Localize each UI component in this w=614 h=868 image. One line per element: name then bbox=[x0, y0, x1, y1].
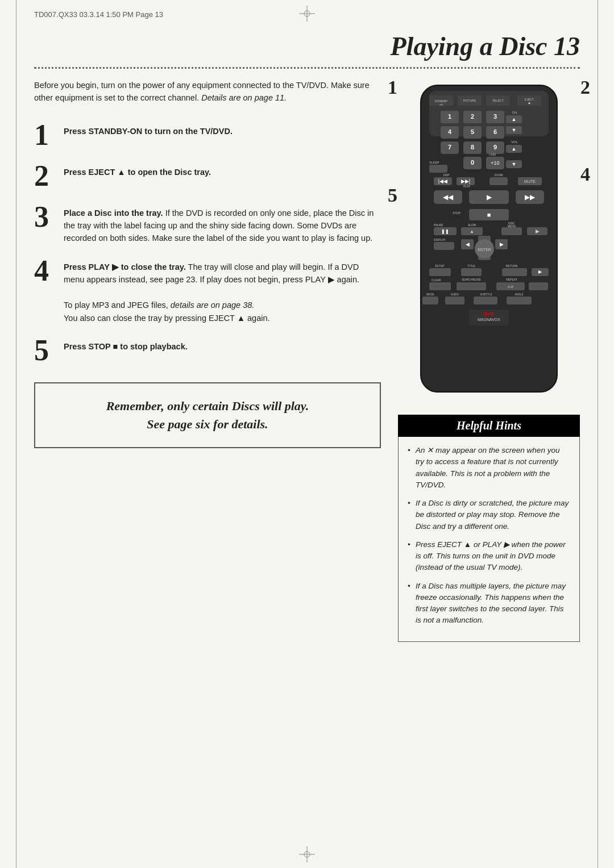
helpful-hints-title: Helpful Hints bbox=[398, 415, 580, 437]
right-margin bbox=[598, 0, 598, 868]
bottom-line1: Remember, only certain Discs will play. bbox=[106, 399, 309, 413]
remote-number-5: 5 bbox=[388, 185, 397, 206]
svg-text:▼: ▼ bbox=[512, 161, 517, 167]
svg-text:9: 9 bbox=[493, 144, 497, 151]
svg-rect-97 bbox=[502, 268, 527, 276]
svg-text:3: 3 bbox=[493, 113, 497, 120]
step-3-bold: Place a Disc into the tray. bbox=[64, 208, 163, 218]
step-1-content: Press STANDBY-ON to turn on the TV/DVD. bbox=[64, 120, 381, 137]
svg-text:SETUP: SETUP bbox=[435, 264, 445, 268]
svg-text:TITLE: TITLE bbox=[467, 264, 475, 268]
step-5: 5 Press STOP ■ to stop playback. bbox=[34, 336, 381, 365]
svg-text:■: ■ bbox=[487, 211, 491, 218]
hint-item-3: Press EJECT ▲ or PLAY ▶ when the power i… bbox=[408, 539, 570, 574]
step-4-number: 4 bbox=[34, 256, 56, 286]
step-1-text: Press STANDBY-ON to turn on the TV/DVD. bbox=[64, 127, 233, 136]
helpful-hints-box: Helpful Hints An ✕ may appear on the scr… bbox=[398, 415, 580, 642]
svg-text:STOP: STOP bbox=[453, 211, 460, 215]
svg-text:REPEAT: REPEAT bbox=[506, 278, 517, 281]
left-margin bbox=[16, 0, 16, 868]
svg-rect-107 bbox=[529, 282, 548, 290]
svg-text:PICTURE: PICTURE bbox=[463, 99, 476, 102]
svg-rect-95 bbox=[461, 268, 482, 276]
step-1: 1 Press STANDBY-ON to turn on the TV/DVD… bbox=[34, 120, 381, 150]
svg-rect-113 bbox=[474, 297, 497, 304]
hint-item-4: If a Disc has multiple layers, the pictu… bbox=[408, 581, 570, 627]
step-4-italic: details are on page 38. bbox=[171, 301, 255, 310]
svg-text:CLEAR: CLEAR bbox=[432, 278, 441, 282]
svg-rect-81 bbox=[434, 242, 454, 250]
hint-item-2: If a Disc is dirty or scratched, the pic… bbox=[408, 498, 570, 532]
svg-text:MUTE: MUTE bbox=[524, 180, 536, 183]
svg-text:MAGNAVOX: MAGNAVOX bbox=[478, 318, 500, 322]
svg-text:SELECT: SELECT bbox=[492, 99, 503, 102]
svg-rect-77 bbox=[501, 227, 522, 235]
svg-text:▶▶|: ▶▶| bbox=[461, 178, 470, 184]
hint-item-1: An ✕ may appear on the screen when you t… bbox=[408, 445, 570, 491]
right-column: 1 2 4 5 STANDBY ON PICTURE bbox=[398, 80, 580, 642]
svg-text:4: 4 bbox=[448, 128, 452, 135]
step-3-number: 3 bbox=[34, 202, 56, 232]
svg-text:SLOW: SLOW bbox=[468, 223, 476, 227]
svg-text:SUBTITLE: SUBTITLE bbox=[480, 293, 492, 296]
svg-text:PAUSE: PAUSE bbox=[434, 223, 443, 227]
svg-text:7: 7 bbox=[448, 144, 451, 151]
svg-text:▶: ▶ bbox=[500, 241, 504, 247]
svg-text:8: 8 bbox=[471, 144, 474, 151]
remote-number-4: 4 bbox=[580, 164, 590, 185]
header-meta: TD007.QX33 03.3.14 1:50 PM Page 13 bbox=[34, 10, 163, 19]
svg-text:▲: ▲ bbox=[512, 116, 517, 122]
svg-text:PLAY: PLAY bbox=[463, 185, 471, 188]
svg-text:AUDIO: AUDIO bbox=[451, 293, 459, 296]
svg-text:6: 6 bbox=[493, 128, 497, 135]
remote-svg: STANDBY ON PICTURE SELECT EJECT ▲ 1 2 bbox=[412, 80, 566, 398]
step-5-content: Press STOP ■ to stop playback. bbox=[64, 336, 381, 353]
svg-rect-111 bbox=[445, 297, 464, 304]
svg-text:DVD: DVD bbox=[484, 311, 494, 316]
svg-text:SKIP: SKIP bbox=[443, 173, 450, 177]
svg-rect-101 bbox=[429, 282, 451, 290]
svg-text:ENTER: ENTER bbox=[478, 248, 491, 252]
svg-text:STANDBY: STANDBY bbox=[434, 99, 448, 103]
step-2-content: Press EJECT ▲ to open the Disc tray. bbox=[64, 161, 381, 178]
svg-rect-93 bbox=[429, 268, 451, 276]
step-5-text: Press STOP ■ to stop playback. bbox=[64, 342, 188, 351]
svg-text:+10: +10 bbox=[491, 160, 499, 166]
step-3-content: Place a Disc into the tray. If the DVD i… bbox=[64, 202, 381, 245]
svg-text:▼: ▼ bbox=[512, 127, 517, 133]
svg-text:+100: +100 bbox=[489, 153, 496, 156]
svg-rect-56 bbox=[489, 177, 508, 185]
remote-illustration: 1 2 4 5 STANDBY ON PICTURE bbox=[398, 80, 580, 398]
step-4: 4 Press PLAY ▶ to close the tray. The tr… bbox=[34, 256, 381, 324]
svg-text:▶: ▶ bbox=[487, 193, 492, 201]
svg-text:▶: ▶ bbox=[536, 228, 540, 234]
svg-text:▶: ▶ bbox=[538, 269, 542, 274]
svg-text:VOL: VOL bbox=[511, 140, 518, 144]
step-4-content: Press PLAY ▶ to close the tray. The tray… bbox=[64, 256, 381, 324]
step-5-number: 5 bbox=[34, 336, 56, 365]
svg-rect-109 bbox=[422, 297, 438, 304]
step-4-bold: Press PLAY ▶ to close the tray. bbox=[64, 262, 186, 272]
page-title: Playing a Disc 13 bbox=[391, 31, 580, 61]
svg-text:ON: ON bbox=[439, 103, 443, 106]
svg-text:5: 5 bbox=[471, 128, 474, 135]
bottom-reminder-box: Remember, only certain Discs will play. … bbox=[34, 382, 381, 448]
svg-text:▲: ▲ bbox=[528, 101, 532, 105]
dotted-divider bbox=[34, 67, 580, 69]
svg-text:RETURN: RETURN bbox=[506, 264, 518, 268]
intro-text-italic: Details are on page 11. bbox=[201, 93, 287, 102]
svg-text:❚❚: ❚❚ bbox=[441, 229, 449, 234]
svg-text:◀◀: ◀◀ bbox=[443, 193, 454, 201]
svg-text:ANGLE: ANGLE bbox=[515, 293, 523, 296]
svg-text:MODE: MODE bbox=[426, 293, 434, 296]
svg-text:0: 0 bbox=[471, 159, 474, 166]
helpful-hints-list: An ✕ may appear on the screen when you t… bbox=[408, 445, 570, 627]
step-2-text: Press EJECT ▲ to open the Disc tray. bbox=[64, 168, 211, 177]
page: TD007.QX33 03.3.14 1:50 PM Page 13 Playi… bbox=[0, 0, 614, 868]
svg-text:◀: ◀ bbox=[466, 241, 470, 247]
svg-rect-103 bbox=[457, 282, 486, 290]
svg-text:A-B: A-B bbox=[508, 285, 513, 289]
svg-text:DISPLAY: DISPLAY bbox=[434, 238, 446, 241]
svg-text:SEARCH/NOISE: SEARCH/NOISE bbox=[462, 278, 481, 281]
svg-text:2: 2 bbox=[471, 113, 474, 120]
